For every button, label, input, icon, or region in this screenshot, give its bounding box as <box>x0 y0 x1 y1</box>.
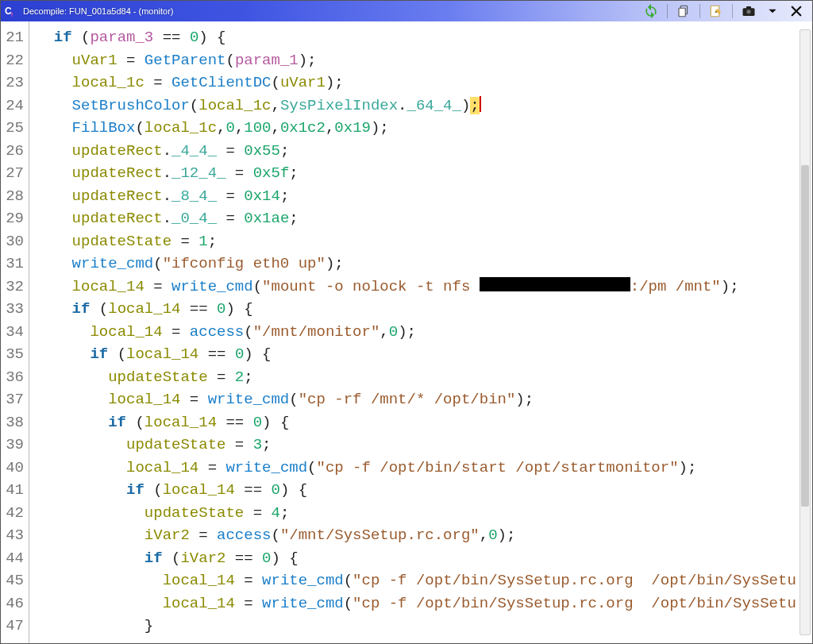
svg-rect-3 <box>679 8 685 17</box>
line-number: 31 <box>1 253 24 276</box>
decompile-window: Cf Decompile: FUN_001a5d84 - (monitor) <box>0 0 813 644</box>
line-number-gutter: 2122232425262728293031323334353637383940… <box>1 21 29 643</box>
code-line[interactable]: local_14 = write_cmd("mount -o nolock -t… <box>36 276 812 299</box>
code-line[interactable]: if (param_3 == 0) { <box>36 26 812 49</box>
text-cursor <box>480 96 481 112</box>
edit-button[interactable] <box>705 2 727 20</box>
line-number: 47 <box>1 615 24 638</box>
code-line[interactable]: updateRect._0_4_ = 0x1ae; <box>36 207 812 230</box>
svg-point-8 <box>748 10 750 13</box>
code-line[interactable]: if (local_14 == 0) { <box>36 343 812 366</box>
line-number: 34 <box>1 321 24 344</box>
scrollbar-thumb[interactable] <box>801 165 809 507</box>
code-viewport[interactable]: if (param_3 == 0) { uVar1 = GetParent(pa… <box>29 21 812 643</box>
code-line[interactable]: local_14 = write_cmd("cp -rf /mnt/* /opt… <box>36 388 812 411</box>
separator <box>699 4 700 18</box>
line-number: 30 <box>1 230 24 253</box>
code-line[interactable]: if (local_14 == 0) { <box>36 479 812 502</box>
code-line[interactable]: updateState = 4; <box>36 502 812 525</box>
svg-text:f: f <box>11 11 13 17</box>
redacted-ip <box>480 277 630 291</box>
copy-button[interactable] <box>672 2 695 20</box>
line-number: 39 <box>1 434 24 457</box>
line-number: 23 <box>1 71 24 94</box>
line-number: 37 <box>1 388 24 411</box>
snapshot-button[interactable] <box>738 2 760 20</box>
line-number: 41 <box>1 479 24 502</box>
separator <box>667 4 668 18</box>
vertical-scrollbar[interactable] <box>800 29 811 635</box>
code-line[interactable]: updateRect._4_4_ = 0x55; <box>36 140 812 163</box>
code-line[interactable]: if (local_14 == 0) { <box>36 411 812 434</box>
code-line[interactable]: updateState = 3; <box>36 434 812 457</box>
code-line[interactable]: local_14 = write_cmd("cp -f /opt/bin/Sys… <box>36 569 812 592</box>
code-line[interactable]: local_1c = GetClientDC(uVar1); <box>36 71 812 94</box>
line-number: 35 <box>1 343 24 366</box>
line-number: 29 <box>1 207 24 230</box>
line-number: 43 <box>1 524 24 547</box>
window-title: Decompile: FUN_001a5d84 - (monitor) <box>23 6 174 16</box>
line-number: 44 <box>1 547 24 570</box>
line-number: 36 <box>1 366 24 389</box>
close-button[interactable] <box>785 2 807 20</box>
code-line[interactable]: updateRect._12_4_ = 0x5f; <box>36 162 812 185</box>
code-line[interactable]: uVar1 = GetParent(param_1); <box>36 49 812 72</box>
line-number: 45 <box>1 569 24 592</box>
line-number: 28 <box>1 185 24 208</box>
code-line[interactable]: SetBrushColor(local_1c,SysPixelIndex._64… <box>36 94 812 118</box>
app-icon: Cf <box>4 4 18 18</box>
code-line[interactable]: iVar2 = access("/mnt/SysSetup.rc.org",0)… <box>36 524 812 547</box>
line-number: 25 <box>1 117 24 140</box>
line-number: 46 <box>1 592 24 615</box>
separator <box>732 4 733 18</box>
line-number: 40 <box>1 457 24 480</box>
refresh-button[interactable] <box>640 2 662 20</box>
decompiled-code[interactable]: if (param_3 == 0) { uVar1 = GetParent(pa… <box>29 21 812 638</box>
editor-area: 2122232425262728293031323334353637383940… <box>1 21 812 643</box>
line-number: 27 <box>1 162 24 185</box>
code-line[interactable]: local_14 = access("/mnt/monitor",0); <box>36 321 812 344</box>
titlebar[interactable]: Cf Decompile: FUN_001a5d84 - (monitor) <box>1 1 812 21</box>
code-line[interactable]: FillBox(local_1c,0,100,0x1c2,0x19); <box>36 117 812 140</box>
line-number: 33 <box>1 298 24 321</box>
line-number: 32 <box>1 276 24 299</box>
toolbar <box>640 1 812 21</box>
line-number: 26 <box>1 140 24 163</box>
code-line[interactable]: if (local_14 == 0) { <box>36 298 812 321</box>
code-line[interactable]: local_14 = write_cmd("cp -f /opt/bin/sta… <box>36 457 812 480</box>
line-number: 38 <box>1 411 24 434</box>
code-line[interactable]: } <box>36 615 812 638</box>
line-number: 22 <box>1 49 24 72</box>
code-line[interactable]: write_cmd("ifconfig eth0 up"); <box>36 253 812 276</box>
code-line[interactable]: updateState = 2; <box>36 366 812 389</box>
line-number: 24 <box>1 94 24 118</box>
code-line[interactable]: local_14 = write_cmd("cp -f /opt/bin/Sys… <box>36 592 812 615</box>
code-line[interactable]: if (iVar2 == 0) { <box>36 547 812 570</box>
menu-dropdown-button[interactable] <box>761 2 784 20</box>
svg-rect-6 <box>746 6 751 9</box>
line-number: 42 <box>1 502 24 525</box>
code-line[interactable]: updateRect._8_4_ = 0x14; <box>36 185 812 208</box>
code-line[interactable]: updateState = 1; <box>36 230 812 253</box>
line-number: 21 <box>1 26 24 49</box>
